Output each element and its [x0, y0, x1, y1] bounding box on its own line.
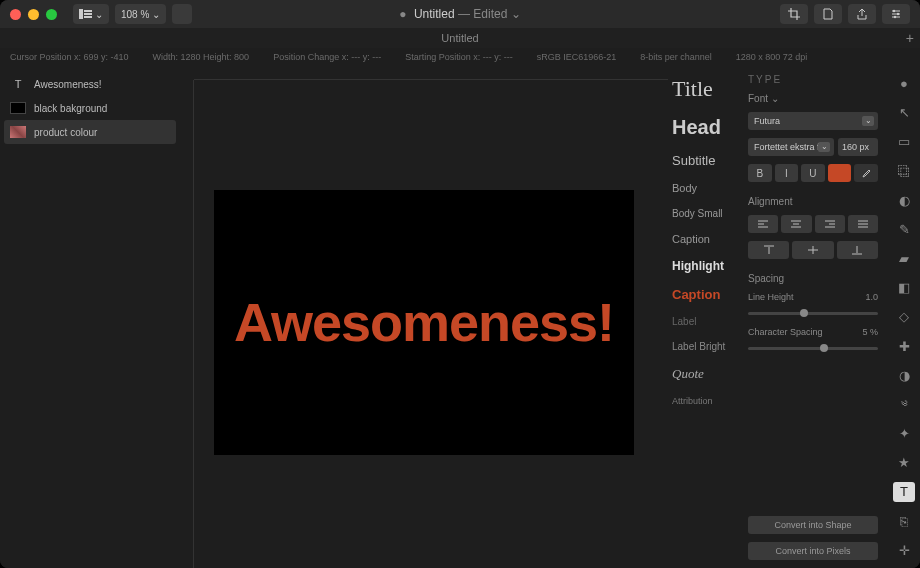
valign-top-button[interactable] — [748, 241, 789, 259]
align-right-button[interactable] — [815, 215, 845, 233]
vertical-align-group — [748, 241, 878, 259]
info-cursor: Cursor Position x: 699 y: -410 — [10, 52, 129, 62]
layers-panel: TAwesomeness!black bakgroundproduct colo… — [0, 66, 180, 568]
layer-row[interactable]: TAwesomeness! — [0, 72, 180, 96]
toolbar-left: ⌄ 108 % ⌄ — [73, 4, 192, 24]
font-weight-select[interactable]: Fortettet ekstra fet — [748, 138, 834, 156]
toolbar-extra-button[interactable] — [172, 4, 192, 24]
line-height-slider[interactable] — [748, 312, 878, 315]
info-bits: 8-bits per channel — [640, 52, 712, 62]
magic-tool[interactable]: ✦ — [893, 424, 915, 443]
text-style-preset[interactable]: Label — [672, 316, 734, 327]
text-style-preset[interactable]: Subtitle — [672, 153, 734, 168]
text-styles-panel: TitleHeadSubtitleBodyBody SmallCaptionHi… — [668, 66, 738, 568]
erase-tool[interactable]: ◇ — [893, 307, 915, 326]
bold-button[interactable]: B — [748, 164, 772, 182]
tab-untitled[interactable]: Untitled — [441, 32, 478, 44]
layer-row[interactable]: product colour — [4, 120, 176, 144]
svg-rect-0 — [79, 9, 83, 19]
italic-button[interactable]: I — [775, 164, 799, 182]
text-style-preset[interactable]: Quote — [672, 366, 734, 382]
color-picker-button[interactable] — [854, 164, 878, 182]
lasso-tool[interactable]: ◐ — [893, 191, 915, 210]
gradient-tool[interactable]: ◧ — [893, 278, 915, 297]
svg-point-5 — [897, 13, 899, 15]
layer-thumb-icon — [10, 102, 26, 114]
text-style-preset[interactable]: Head — [672, 116, 734, 139]
svg-rect-2 — [84, 13, 92, 15]
align-center-button[interactable] — [781, 215, 811, 233]
bucket-tool[interactable]: ▰ — [893, 249, 915, 268]
info-colorspace: sRGB IEC61966-21 — [537, 52, 617, 62]
arrow-tool[interactable]: ↖ — [893, 103, 915, 122]
type-tool[interactable]: T — [893, 482, 915, 501]
clone-tool[interactable]: ⎘ — [893, 512, 915, 531]
crop-tool-button[interactable] — [780, 4, 808, 24]
marquee-tool[interactable]: ▭ — [893, 132, 915, 151]
canvas-area: Awesomeness! — [180, 66, 668, 568]
info-poschange: Position Change x: --- y: --- — [273, 52, 381, 62]
font-section-label[interactable]: Font ⌄ — [748, 93, 878, 104]
zoom-icon[interactable] — [46, 9, 57, 20]
layer-name: black bakground — [34, 103, 107, 114]
convert-into-pixels-button[interactable]: Convert into Pixels — [748, 542, 878, 560]
layer-row[interactable]: black bakground — [0, 96, 180, 120]
document-state[interactable]: Edited ⌄ — [473, 7, 520, 21]
valign-bottom-button[interactable] — [837, 241, 878, 259]
star-tool[interactable]: ★ — [893, 453, 915, 472]
heal-tool[interactable]: ✚ — [893, 337, 915, 356]
text-style-preset[interactable]: Caption — [672, 287, 734, 302]
blob-tool[interactable]: ● — [893, 74, 915, 93]
pen-tool[interactable]: ✎ — [893, 220, 915, 239]
text-style-preset[interactable]: Caption — [672, 233, 734, 245]
align-justify-button[interactable] — [848, 215, 878, 233]
minimize-icon[interactable] — [28, 9, 39, 20]
text-style-preset[interactable]: Highlight — [672, 259, 734, 273]
align-left-button[interactable] — [748, 215, 778, 233]
close-icon[interactable] — [10, 9, 21, 20]
dirty-indicator-icon: ● — [399, 7, 406, 21]
font-size-field[interactable]: 160 px — [838, 138, 878, 156]
convert-into-shape-button[interactable]: Convert into Shape — [748, 516, 878, 534]
valign-middle-button[interactable] — [792, 241, 833, 259]
new-tab-button[interactable]: + — [906, 30, 914, 46]
share-button[interactable] — [848, 4, 876, 24]
font-style-group: B I U — [748, 164, 878, 182]
page-button[interactable] — [814, 4, 842, 24]
ruler-vertical — [180, 80, 194, 568]
info-size: Width: 1280 Height: 800 — [153, 52, 250, 62]
canvas-text-layer[interactable]: Awesomeness! — [234, 291, 614, 353]
settings-button[interactable] — [882, 4, 910, 24]
text-style-preset[interactable]: Body — [672, 182, 734, 194]
text-color-swatch[interactable] — [828, 164, 852, 182]
view-mode-button[interactable]: ⌄ — [73, 4, 109, 24]
contrast-tool[interactable]: ◑ — [893, 366, 915, 385]
canvas[interactable]: Awesomeness! — [214, 190, 634, 455]
titlebar: ⌄ 108 % ⌄ ● Untitled — Edited ⌄ — [0, 0, 920, 28]
warp-tool[interactable]: ༄ — [893, 395, 915, 414]
line-height-value: 1.0 — [865, 292, 878, 302]
picker-tool[interactable]: ✛ — [893, 541, 915, 560]
layer-thumb-icon — [10, 126, 26, 138]
text-style-preset[interactable]: Body Small — [672, 208, 734, 219]
document-name: Untitled — [414, 7, 455, 21]
main-area: TAwesomeness!black bakgroundproduct colo… — [0, 66, 920, 568]
ruler-horizontal — [194, 66, 668, 80]
text-style-preset[interactable]: Label Bright — [672, 341, 734, 352]
app-window: ⌄ 108 % ⌄ ● Untitled — Edited ⌄ Untitled… — [0, 0, 920, 568]
info-startpos: Starting Position x: --- y: --- — [405, 52, 513, 62]
text-layer-icon: T — [10, 77, 26, 91]
zoom-dropdown[interactable]: 108 % ⌄ — [115, 4, 166, 24]
text-style-preset[interactable]: Attribution — [672, 396, 734, 406]
char-spacing-value: 5 % — [862, 327, 878, 337]
underline-button[interactable]: U — [801, 164, 825, 182]
alignment-label: Alignment — [748, 196, 878, 207]
svg-rect-3 — [84, 16, 92, 18]
svg-point-6 — [894, 16, 896, 18]
text-style-preset[interactable]: Title — [672, 76, 734, 102]
crop-tool[interactable]: ⿻ — [893, 162, 915, 181]
layer-name: Awesomeness! — [34, 79, 102, 90]
font-family-select[interactable]: Futura — [748, 112, 878, 130]
toolbar-right — [780, 4, 910, 24]
char-spacing-slider[interactable] — [748, 347, 878, 350]
